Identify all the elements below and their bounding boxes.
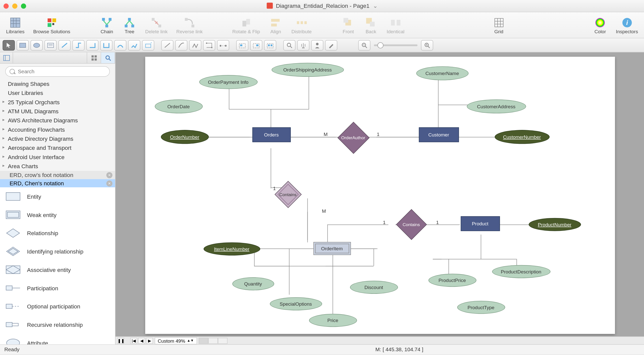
- library-item[interactable]: User Libraries: [0, 88, 115, 97]
- rotate-flip-button: Rotate & Flip: [230, 15, 263, 34]
- sidebar-toggle-icon[interactable]: [0, 52, 13, 63]
- attr-productnumber[interactable]: ProductNumber: [528, 218, 581, 231]
- attr-customernumber[interactable]: CustomerNumber: [494, 130, 549, 144]
- text-tool[interactable]: [45, 40, 57, 50]
- zoom-slider[interactable]: [374, 44, 417, 46]
- stencil-weak-entity[interactable]: Weak entity: [0, 206, 115, 224]
- close-icon[interactable]: ×: [106, 172, 112, 178]
- ellipse-tool[interactable]: [30, 40, 43, 50]
- connector-1[interactable]: [58, 40, 70, 50]
- entity-orders[interactable]: Orders: [252, 127, 290, 142]
- rect-tool[interactable]: [17, 40, 29, 50]
- stencil-attribute[interactable]: Attribute: [0, 334, 115, 344]
- group-tool-1[interactable]: [236, 40, 248, 50]
- zoom-level[interactable]: Custom 49%▲▼: [155, 337, 197, 344]
- attr-ordershipping[interactable]: OrderShippingAddress: [271, 63, 344, 77]
- svg-rect-11: [105, 24, 108, 27]
- line-tool-2[interactable]: [175, 40, 187, 50]
- pan-tool[interactable]: [297, 40, 309, 50]
- attr-quantity[interactable]: Quantity: [232, 277, 274, 290]
- line-tool-1[interactable]: [161, 40, 173, 50]
- attr-customeraddress[interactable]: CustomerAddress: [467, 99, 526, 113]
- libraries-button[interactable]: Libraries: [4, 15, 27, 34]
- attr-producttype[interactable]: ProductType: [457, 301, 505, 314]
- rel-orderauthor[interactable]: OrderAuthor: [337, 122, 369, 154]
- group-tool-2[interactable]: [250, 40, 262, 50]
- stencil-optional-participation[interactable]: Optional participation: [0, 297, 115, 316]
- stencil-entity[interactable]: Entity: [0, 187, 115, 206]
- zoom-out-button[interactable]: [358, 40, 370, 50]
- stencil-identifying-relationship[interactable]: Identifying relationship: [0, 242, 115, 261]
- first-page-button[interactable]: |◀: [130, 338, 137, 344]
- library-item[interactable]: Area Charts: [0, 162, 115, 171]
- entity-customer[interactable]: Customer: [419, 127, 459, 142]
- line-tool-4[interactable]: [203, 40, 215, 50]
- page-tabs[interactable]: [199, 338, 227, 344]
- library-item[interactable]: 25 Typical Orgcharts: [0, 98, 115, 107]
- svg-line-48: [151, 42, 152, 43]
- line-tool-5[interactable]: [217, 40, 229, 50]
- stencil-tab-crowfoot[interactable]: ERD, crow's foot notation×: [0, 171, 115, 179]
- connector-3[interactable]: [86, 40, 98, 50]
- zoom-tool[interactable]: [283, 40, 295, 50]
- group-tool-3[interactable]: [264, 40, 276, 50]
- search-input[interactable]: [5, 66, 110, 77]
- cardinality: M: [324, 132, 328, 137]
- connector-2[interactable]: [72, 40, 84, 50]
- svg-rect-8: [52, 23, 54, 25]
- inspectors-button[interactable]: i Inspectors: [613, 15, 641, 34]
- connector-6[interactable]: [128, 40, 140, 50]
- stencil-associative-entity[interactable]: Associative entity: [0, 261, 115, 279]
- library-item[interactable]: Aerospace and Transport: [0, 143, 115, 152]
- attr-productdescription[interactable]: ProductDescription: [492, 265, 550, 278]
- attr-itemlinenumber[interactable]: ItemLineNumber: [203, 242, 260, 255]
- select-tool[interactable]: [3, 40, 15, 50]
- zoom-in-button[interactable]: [421, 40, 433, 50]
- person-tool[interactable]: [311, 40, 323, 50]
- tree-button[interactable]: Tree: [120, 15, 139, 34]
- canvas-viewport[interactable]: OrderDate OrderPayment Info OrderShippin…: [116, 52, 644, 337]
- attr-orderpayment[interactable]: OrderPayment Info: [199, 75, 257, 89]
- entity-product[interactable]: Product: [460, 216, 500, 231]
- next-page-button[interactable]: ▶: [146, 338, 153, 344]
- library-item[interactable]: Accounting Flowcharts: [0, 125, 115, 134]
- connector-5[interactable]: [114, 40, 126, 50]
- close-icon[interactable]: ×: [106, 181, 112, 187]
- attr-price[interactable]: Price: [309, 314, 356, 327]
- library-item[interactable]: Active Directory Diagrams: [0, 134, 115, 143]
- grid-view-icon[interactable]: [87, 52, 101, 63]
- svg-rect-13: [125, 24, 128, 27]
- attr-productprice[interactable]: ProductPrice: [428, 274, 476, 287]
- stencil-relationship[interactable]: Relationship: [0, 224, 115, 242]
- prev-page-button[interactable]: ◀: [138, 338, 145, 344]
- library-item[interactable]: Android User Interface: [0, 153, 115, 162]
- stencil-participation[interactable]: Participation: [0, 279, 115, 297]
- color-button[interactable]: Color: [591, 15, 610, 34]
- chain-button[interactable]: Chain: [97, 15, 116, 34]
- chevron-down-icon[interactable]: ⌄: [373, 3, 378, 9]
- pause-icon[interactable]: ❚❚: [117, 338, 124, 344]
- attr-discount[interactable]: Discount: [350, 281, 398, 294]
- grid-button[interactable]: Grid: [489, 15, 508, 34]
- stencil-tab-chen[interactable]: ERD, Chen's notation×: [0, 179, 115, 187]
- browse-solutions-button[interactable]: Browse Solutions: [30, 15, 73, 34]
- pencil-tool[interactable]: [325, 40, 337, 50]
- library-item[interactable]: AWS Architecture Diagrams: [0, 116, 115, 125]
- attr-customername[interactable]: CustomerName: [416, 66, 468, 80]
- canvas[interactable]: OrderDate OrderPayment Info OrderShippin…: [145, 57, 615, 334]
- rel-contains-1[interactable]: Contains: [274, 181, 301, 208]
- connector-7[interactable]: [142, 40, 154, 50]
- library-item[interactable]: ATM UML Diagrams: [0, 107, 115, 116]
- library-item[interactable]: Drawing Shapes: [0, 79, 115, 88]
- rel-contains-2[interactable]: Contains: [396, 209, 426, 240]
- search-view-icon[interactable]: [101, 52, 115, 63]
- attr-specialoptions[interactable]: SpecialOptions: [270, 297, 322, 310]
- stencil-recursive-relationship[interactable]: Recursive relationship: [0, 315, 115, 334]
- connector-4[interactable]: [100, 40, 112, 50]
- svg-point-61: [287, 43, 291, 47]
- attr-ordernumber[interactable]: OrderNumber: [161, 130, 208, 144]
- entity-orderitem[interactable]: OrderItem: [313, 242, 351, 255]
- cardinality: 1: [383, 220, 386, 225]
- attr-orderdate[interactable]: OrderDate: [155, 99, 202, 113]
- line-tool-3[interactable]: [189, 40, 201, 50]
